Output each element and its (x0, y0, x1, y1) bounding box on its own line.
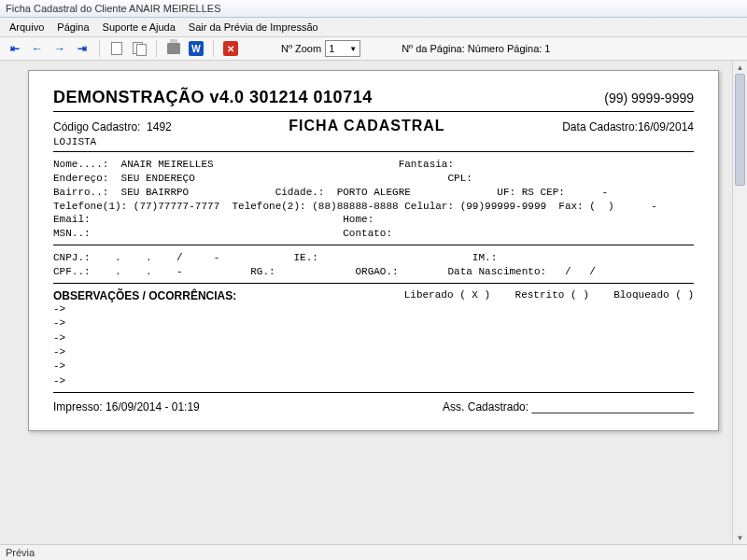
window-title: Ficha Cadastral do Cliente ANAIR MEIRELL… (0, 0, 747, 18)
codigo-label: Código Cadastro: (53, 120, 140, 133)
impresso-label: Impresso: (53, 400, 103, 413)
field-msn: MSN..: Contato: (53, 227, 694, 241)
field-cpf: CPF..: . . - RG.: ORGAO.: Data Nasciment… (53, 265, 694, 279)
pages-icon (133, 42, 146, 55)
menu-suporte[interactable]: Suporte e Ajuda (97, 20, 181, 35)
vertical-scrollbar[interactable]: ▲ ▼ (732, 61, 747, 544)
page-icon (111, 42, 122, 55)
impresso-value: 16/09/2014 - 01:19 (106, 400, 200, 413)
first-page-button[interactable]: ⇤ (6, 40, 24, 57)
divider (53, 283, 694, 284)
data-cadastro-value: 16/09/2014 (638, 120, 694, 133)
report-sheet: DEMONSTRAÇÃO v4.0 301214 010714 (99) 999… (28, 70, 719, 431)
lojista-label: LOJISTA (53, 136, 694, 147)
close-icon: ✕ (223, 41, 238, 56)
field-nome: Nome....: ANAIR MEIRELLES Fantasia: (53, 158, 694, 172)
divider (53, 111, 694, 112)
field-email: Email: Home: (53, 213, 694, 227)
close-preview-button[interactable]: ✕ (221, 40, 240, 57)
obs-line: -> (53, 316, 694, 330)
obs-line: -> (53, 374, 694, 388)
scroll-thumb[interactable] (735, 74, 745, 186)
page-number-value: Número Página: 1 (468, 43, 551, 54)
word-export-button[interactable]: W (187, 40, 205, 57)
single-page-button[interactable] (107, 40, 126, 57)
obs-line: -> (53, 345, 694, 359)
separator (99, 40, 100, 57)
divider (53, 151, 694, 152)
zoom-label: Nº Zoom (281, 43, 321, 54)
multi-page-button[interactable] (130, 40, 148, 57)
menu-bar: Arquivo Página Suporte e Ajuda Sair da P… (0, 18, 747, 37)
ficha-heading: FICHA CADASTRAL (289, 118, 444, 134)
chevron-down-icon: ▼ (349, 45, 357, 53)
preview-area: DEMONSTRAÇÃO v4.0 301214 010714 (99) 999… (0, 61, 747, 544)
report-phone: (99) 9999-9999 (604, 91, 694, 105)
field-endereco: Endereço: SEU ENDEREÇO CPL: (53, 172, 694, 186)
obs-line: -> (53, 331, 694, 345)
field-cnpj: CNPJ.: . . / - IE.: IM.: (53, 251, 694, 265)
prev-page-button[interactable]: ← (28, 40, 47, 57)
assinatura-line: __________________________ (531, 400, 694, 413)
word-icon: W (189, 41, 204, 56)
divider (53, 245, 694, 245)
field-bairro: Bairro..: SEU BAIRRPO Cidade.: PORTO ALE… (53, 186, 694, 200)
flag-restrito: Restrito ( ) (515, 289, 589, 301)
menu-arquivo[interactable]: Arquivo (4, 20, 49, 35)
obs-title: OBSERVAÇÕES / OCORRÊNCIAS: (53, 289, 236, 302)
scroll-down-button[interactable]: ▼ (733, 531, 747, 544)
obs-line: -> (53, 302, 694, 316)
print-button[interactable] (164, 40, 183, 57)
next-page-button[interactable]: → (50, 40, 69, 57)
menu-pagina[interactable]: Página (51, 20, 94, 35)
report-title: DEMONSTRAÇÃO v4.0 301214 010714 (53, 88, 373, 107)
menu-sair[interactable]: Sair da Prévia de Impressão (183, 20, 324, 35)
data-cadastro-label: Data Cadastro: (562, 120, 638, 133)
zoom-select[interactable]: 1 ▼ (325, 40, 360, 57)
toolbar: ⇤ ← → ⇥ W ✕ Nº Zoom 1 ▼ Nº da Página: Nú… (0, 37, 747, 61)
field-telefones: Telefone(1): (77)77777-7777 Telefone(2):… (53, 200, 694, 214)
status-bar: Prévia (0, 544, 747, 560)
assinatura-label: Ass. Cadastrado: (443, 400, 529, 413)
flag-bloqueado: Bloqueado ( ) (613, 289, 694, 301)
print-icon (167, 43, 180, 54)
flag-liberado: Liberado ( X ) (404, 289, 490, 301)
scroll-up-button[interactable]: ▲ (733, 61, 747, 74)
separator (213, 40, 214, 57)
separator (156, 40, 157, 57)
obs-line: -> (53, 359, 694, 373)
zoom-value: 1 (329, 43, 334, 54)
codigo-value: 1492 (147, 120, 172, 133)
page-number-label: Nº da Página: (402, 43, 465, 54)
divider (53, 392, 694, 393)
last-page-button[interactable]: ⇥ (73, 40, 92, 57)
